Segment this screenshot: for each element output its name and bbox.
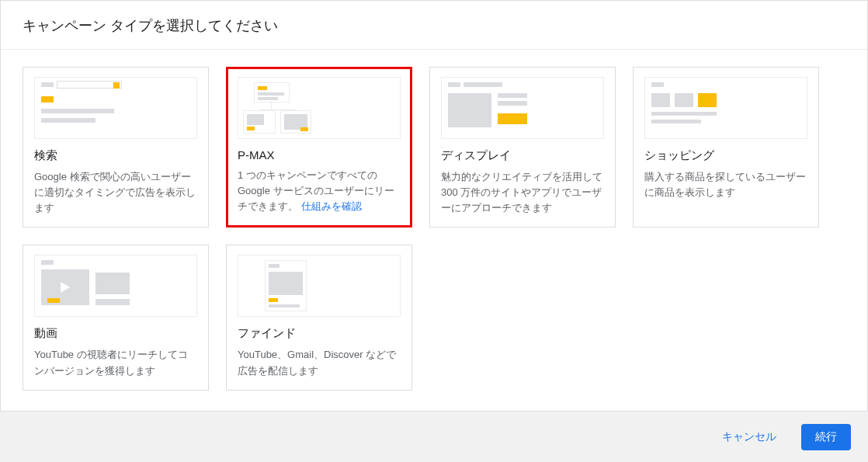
cancel-button[interactable]: キャンセル (708, 424, 790, 450)
campaign-card-video-illustration (34, 255, 197, 317)
play-icon (61, 282, 70, 293)
campaign-card-search-illustration (34, 77, 197, 139)
campaign-card-video-title: 動画 (34, 326, 197, 341)
campaign-card-display-title: ディスプレイ (441, 148, 604, 163)
campaign-card-pmax-illustration (238, 77, 401, 139)
campaign-card-pmax[interactable]: P-MAX 1 つのキャンペーンですべての Google サービスのユーザーにリ… (226, 67, 412, 228)
campaign-card-shopping[interactable]: ショッピング 購入する商品を探しているユーザーに商品を表示します (633, 67, 819, 228)
campaign-card-video-desc: YouTube の視聴者にリーチしてコンバージョンを獲得します (34, 347, 197, 378)
dialog-actions: キャンセル 続行 (0, 412, 868, 462)
campaign-card-shopping-desc: 購入する商品を探しているユーザーに商品を表示します (644, 169, 807, 200)
cards-container: 検索 Google 検索で関心の高いユーザーに適切なタイミングで広告を表示します… (1, 50, 867, 411)
campaign-card-display-desc: 魅力的なクリエイティブを活用して 300 万件のサイトやアプリでユーザーにアプロ… (441, 169, 604, 216)
campaign-card-video[interactable]: 動画 YouTube の視聴者にリーチしてコンバージョンを獲得します (23, 245, 209, 390)
campaign-card-find-desc: YouTube、Gmail、Discover などで広告を配信します (238, 347, 401, 378)
campaign-card-find-illustration (238, 255, 401, 317)
campaign-card-search-desc: Google 検索で関心の高いユーザーに適切なタイミングで広告を表示します (34, 169, 197, 216)
continue-button[interactable]: 続行 (801, 424, 851, 450)
campaign-card-display-illustration (441, 77, 604, 139)
campaign-type-dialog: キャンペーン タイプを選択してください 検索 Google 検索で関心の高いユー… (0, 0, 868, 412)
campaign-card-search[interactable]: 検索 Google 検索で関心の高いユーザーに適切なタイミングで広告を表示します (23, 67, 209, 228)
campaign-card-shopping-illustration (644, 77, 807, 139)
campaign-card-pmax-title: P-MAX (238, 148, 401, 162)
campaign-card-shopping-title: ショッピング (644, 148, 807, 163)
dialog-title: キャンペーン タイプを選択してください (1, 1, 867, 50)
campaign-card-find[interactable]: ファインド YouTube、Gmail、Discover などで広告を配信します (226, 245, 412, 390)
campaign-card-find-title: ファインド (238, 326, 401, 341)
campaign-card-display[interactable]: ディスプレイ 魅力的なクリエイティブを活用して 300 万件のサイトやアプリでユ… (429, 67, 616, 228)
pmax-learn-more-link[interactable]: 仕組みを確認 (301, 200, 362, 212)
campaign-card-search-title: 検索 (34, 148, 197, 163)
campaign-card-pmax-desc: 1 つのキャンペーンですべての Google サービスのユーザーにリーチできます… (238, 168, 401, 214)
